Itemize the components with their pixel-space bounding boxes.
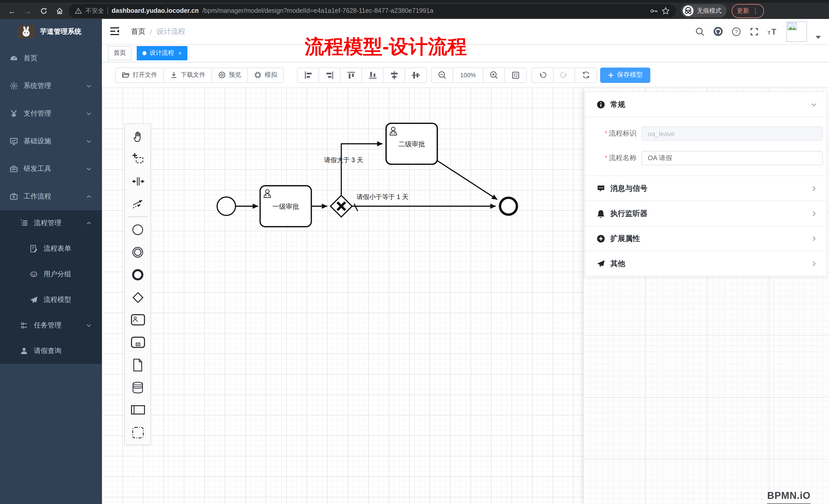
undo-button[interactable] — [532, 68, 553, 82]
redo-button[interactable] — [553, 68, 575, 82]
process-key-input[interactable] — [642, 126, 823, 141]
section-extension-attrs[interactable]: 扩展属性 — [585, 226, 826, 251]
sidebar-item-label: 支付管理 — [24, 109, 51, 118]
section-execution-listener[interactable]: 执行监听器 — [585, 201, 826, 226]
create-data-object[interactable] — [125, 354, 150, 376]
create-end-event[interactable] — [125, 264, 150, 286]
user-icon — [20, 347, 28, 355]
create-user-task[interactable] — [125, 309, 150, 331]
user-task-node-2[interactable]: 二级审批 — [386, 123, 437, 164]
sidebar-item-task-mgmt[interactable]: 任务管理 — [0, 313, 102, 338]
align-center-horizontal-button[interactable] — [384, 68, 405, 82]
simulate-button[interactable]: 模拟 — [248, 68, 283, 82]
space-tool[interactable] — [125, 170, 150, 192]
align-left-button[interactable] — [297, 68, 319, 82]
zoom-out-button[interactable] — [432, 68, 453, 82]
browser-reload-button[interactable] — [37, 4, 51, 18]
section-message-signal[interactable]: 消息与信号 — [585, 176, 826, 201]
sidebar-item-home[interactable]: 首页 — [0, 44, 102, 72]
exclusive-gateway-node[interactable] — [330, 195, 352, 217]
close-icon[interactable]: × — [178, 49, 182, 56]
send-icon — [597, 259, 605, 268]
create-start-event[interactable] — [125, 219, 150, 241]
font-size-icon[interactable]: TT — [767, 27, 778, 36]
create-sub-process[interactable] — [125, 331, 150, 354]
bookmark-star-icon[interactable] — [661, 7, 670, 15]
create-participant[interactable] — [125, 399, 150, 421]
align-top-button[interactable] — [340, 68, 362, 82]
browser-update-button[interactable]: 更新 ⋮ — [732, 4, 764, 18]
create-gateway[interactable] — [125, 286, 150, 309]
search-icon[interactable] — [695, 27, 705, 36]
align-right-button[interactable] — [319, 68, 340, 82]
app-logo[interactable]: 芋道管理系统 — [0, 19, 102, 44]
section-general[interactable]: 常规 — [585, 92, 826, 117]
end-event-node[interactable] — [500, 198, 517, 215]
process-name-input[interactable] — [642, 151, 823, 165]
breadcrumb-current: 设计流程 — [157, 27, 185, 36]
refresh-button[interactable] — [575, 68, 597, 82]
browser-home-button[interactable] — [53, 4, 67, 18]
plus-icon — [608, 72, 614, 78]
password-key-icon[interactable] — [650, 7, 658, 14]
lasso-tool[interactable] — [125, 147, 150, 170]
browser-forward-button[interactable]: → — [21, 4, 35, 18]
create-data-store[interactable] — [125, 376, 150, 399]
hand-tool[interactable] — [125, 125, 150, 147]
bpmn-palette — [124, 123, 151, 445]
save-model-button[interactable]: 保存模型 — [600, 67, 650, 83]
bpmn-diagram: 一级审批 二级审批 — [102, 87, 583, 504]
task-label: 一级审批 — [273, 203, 299, 210]
fullscreen-icon[interactable] — [750, 27, 759, 36]
section-other[interactable]: 其他 — [585, 251, 826, 276]
create-intermediate-event[interactable] — [125, 241, 150, 264]
tab-label: 设计流程 — [149, 49, 174, 57]
sidebar-item-infra[interactable]: 基础设施 — [0, 127, 102, 155]
properties-card: 常规 *流程标识 *流程名称 — [585, 91, 827, 276]
sidebar-item-process-mgmt[interactable]: 流程管理 — [0, 210, 102, 236]
chevron-down-icon — [86, 166, 92, 172]
sidebar-item-devtools[interactable]: 研发工具 — [0, 155, 102, 183]
align-bottom-button[interactable] — [362, 68, 384, 82]
breadcrumb-home[interactable]: 首页 — [131, 27, 145, 36]
avatar-caret-icon[interactable] — [816, 36, 821, 39]
sidebar-item-user-group[interactable]: 用户分组 — [0, 262, 102, 287]
bpmn-canvas[interactable]: 一级审批 二级审批 — [102, 87, 829, 504]
flow-label-gt3[interactable]: 请假大于 3 天 — [324, 156, 363, 163]
download-file-button[interactable]: 下载文件 — [164, 68, 212, 82]
user-task-node-1[interactable]: 一级审批 — [260, 186, 311, 227]
tab-home[interactable]: 首页 — [108, 46, 132, 60]
url-bar[interactable]: 不安全 dashboard.yudao.iocoder.cn /bpm/mana… — [69, 4, 676, 18]
open-file-button[interactable]: 打开文件 — [116, 68, 164, 82]
sidebar-collapse-icon[interactable] — [110, 26, 120, 36]
sidebar-item-system[interactable]: 系统管理 — [0, 72, 102, 100]
fit-viewport-button[interactable] — [505, 68, 527, 82]
chevron-down-icon — [86, 83, 92, 89]
start-event-node[interactable] — [217, 197, 236, 216]
top-navbar: 首页 / 设计流程 ? TT — [102, 19, 829, 44]
create-group[interactable] — [125, 421, 150, 443]
global-connect-tool[interactable] — [125, 192, 150, 215]
sidebar-item-leave-query[interactable]: 请假查询 — [0, 338, 102, 364]
preview-icon — [218, 71, 226, 79]
browser-menu-icon[interactable]: ⋮ — [752, 7, 759, 14]
chevron-right-icon — [810, 185, 817, 192]
align-center-vertical-button[interactable] — [405, 68, 427, 82]
github-icon[interactable] — [713, 27, 723, 36]
flow-gateway-to-task2[interactable] — [341, 144, 383, 196]
sidebar-item-process-model[interactable]: 流程模型 — [0, 287, 102, 313]
broken-image-icon — [788, 22, 797, 30]
preview-button[interactable]: 预览 — [212, 68, 248, 82]
browser-back-button[interactable]: ← — [5, 4, 19, 18]
flow-label-lte1[interactable]: 请假小于等于 1 天 — [357, 193, 408, 200]
flow-task2-to-end[interactable] — [437, 161, 497, 200]
url-divider — [108, 7, 108, 14]
sidebar-item-payment[interactable]: 支付管理 — [0, 100, 102, 127]
zoom-in-button[interactable] — [483, 68, 505, 82]
sidebar-item-process-form[interactable]: 流程表单 — [0, 236, 102, 262]
tab-design-process[interactable]: 设计流程 × — [137, 46, 187, 60]
sidebar: 芋道管理系统 首页 系统管理 支付管理 基础设施 — [0, 19, 102, 504]
sidebar-item-workflow[interactable]: 工作流程 — [0, 183, 102, 210]
help-icon[interactable]: ? — [732, 27, 741, 36]
avatar[interactable] — [787, 21, 807, 42]
